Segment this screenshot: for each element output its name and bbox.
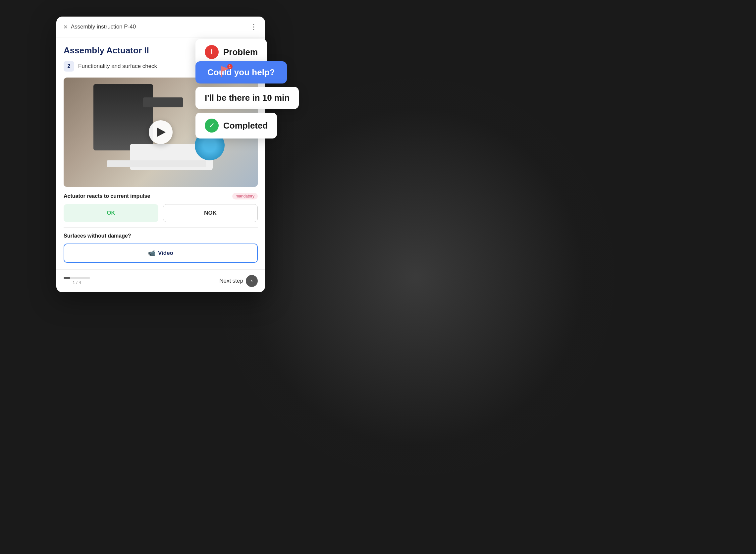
progress-bar-fill xyxy=(64,277,70,279)
machine-arm-shape xyxy=(143,97,183,107)
progress-bar-container xyxy=(64,277,90,279)
could-you-help-label: Could you help? xyxy=(208,67,275,77)
video-button-label: Video xyxy=(158,250,173,257)
ok-nok-row: OK NOK xyxy=(64,204,258,222)
check-header: Actuator reacts to current impulse manda… xyxy=(64,193,258,200)
mandatory-badge: mandatory xyxy=(232,193,258,200)
completed-icon: ✓ xyxy=(205,119,219,132)
header-title: Assembly instruction P-40 xyxy=(71,23,136,30)
ok-button[interactable]: OK xyxy=(64,204,158,222)
completed-panel: ✓ Completed xyxy=(195,113,277,138)
nok-button[interactable]: NOK xyxy=(163,204,258,222)
more-button[interactable]: ⋮ xyxy=(250,22,258,31)
play-triangle-icon xyxy=(157,127,166,137)
problem-label: Problem xyxy=(223,47,258,57)
next-step-button[interactable]: Next step › xyxy=(219,275,258,287)
pagination: 1 / 4 xyxy=(64,277,90,285)
step-label: Functionality and surface check xyxy=(78,63,157,69)
problem-icon: ! xyxy=(205,45,219,59)
check-label: Actuator reacts to current impulse xyxy=(64,193,150,199)
video-button[interactable]: 📹 Video xyxy=(64,243,258,263)
background-decoration xyxy=(217,78,615,476)
next-arrow-icon: › xyxy=(246,275,258,287)
header-left: × Assembly instruction P-40 xyxy=(64,23,136,30)
video-camera-icon: 📹 xyxy=(148,250,155,257)
surfaces-label: Surfaces without damage? xyxy=(64,233,258,239)
flag-indicator: 1 xyxy=(218,65,232,78)
be-there-panel: I'll be there in 10 min xyxy=(195,87,299,109)
step-number: 2 xyxy=(64,61,74,71)
be-there-label: I'll be there in 10 min xyxy=(205,93,290,103)
could-you-help-panel[interactable]: Could you help? xyxy=(195,61,287,84)
check-section: Actuator reacts to current impulse manda… xyxy=(64,193,258,228)
completed-label: Completed xyxy=(223,121,268,131)
machine-body-shape xyxy=(94,84,153,151)
flag-badge: 1 xyxy=(227,64,233,69)
header: × Assembly instruction P-40 ⋮ xyxy=(56,16,265,38)
surfaces-section: Surfaces without damage? 📹 Video xyxy=(64,233,258,269)
footer: 1 / 4 Next step › xyxy=(56,269,265,292)
next-step-label: Next step xyxy=(219,278,243,284)
play-button[interactable] xyxy=(149,120,173,144)
flag-icon-container: 1 xyxy=(218,65,232,78)
page-indicator: 1 / 4 xyxy=(72,280,81,285)
svg-rect-0 xyxy=(221,66,222,77)
machine-base-shape xyxy=(107,160,206,167)
close-button[interactable]: × xyxy=(64,23,68,30)
